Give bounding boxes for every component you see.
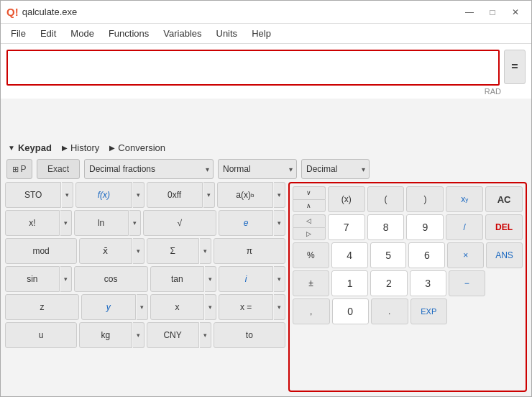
del-key[interactable]: DEL [485,214,523,240]
axb-arrow[interactable]: ▾ [274,182,285,208]
sqrt-key[interactable]: √ [143,210,217,236]
base-dropdown[interactable]: Decimal Binary Hexadecimal Octal [301,159,370,179]
open-paren-key[interactable]: ( [367,186,405,212]
key-6[interactable]: 6 [408,242,445,268]
keypad-right: ∨ ∧ (x) ( ) xy AC ◁ ▷ 7 8 9 / DEL [288,182,527,392]
exp-key[interactable]: EXP [411,298,448,324]
close-button[interactable]: ✕ [505,5,526,19]
comma-key[interactable]: , [293,298,330,324]
menu-variables[interactable]: Variables [156,25,208,42]
result-area [1,99,531,138]
xbar-arrow[interactable]: ▾ [133,238,145,264]
xfact-arrow[interactable]: ▾ [60,210,72,236]
cos-key[interactable]: cos [74,266,148,292]
i-key[interactable]: i [219,266,273,292]
percent-key[interactable]: % [293,242,329,268]
y-arrow[interactable]: ▾ [137,294,148,320]
sto-arrow[interactable]: ▾ [62,182,73,208]
key-8[interactable]: 8 [367,214,405,240]
to-key[interactable]: to [214,322,285,348]
maximize-button[interactable]: □ [482,5,503,19]
fx-arrow[interactable]: ▾ [133,182,145,208]
ln-key[interactable]: ln [74,210,129,236]
hex-arrow[interactable]: ▾ [203,182,215,208]
right-row-1: ∨ ∧ (x) ( ) xy AC [293,186,523,212]
pi-key[interactable]: π [214,238,285,264]
xbar-key[interactable]: x̄ [79,238,132,264]
sto-key[interactable]: STO [5,182,61,208]
x-key[interactable]: x [150,294,205,320]
kg-key[interactable]: kg [79,322,132,348]
minimize-button[interactable]: — [459,5,480,19]
z-key[interactable]: z [5,294,79,320]
key-2[interactable]: 2 [370,270,407,296]
conversion-label: Conversion [118,142,165,153]
paren-x-key[interactable]: (x) [328,186,365,212]
y-key[interactable]: y [81,294,136,320]
keypad-left: STO ▾ f(x) ▾ 0xff ▾ a(x)b ▾ [5,182,285,392]
menu-edit[interactable]: Edit [33,25,63,42]
divide-key[interactable]: / [446,214,483,240]
multiply-key[interactable]: × [447,242,484,268]
menu-units[interactable]: Units [209,25,245,42]
mod-key[interactable]: mod [5,238,77,264]
y-key-group: y ▾ [81,294,148,320]
u-key[interactable]: u [5,322,77,348]
menu-file[interactable]: File [4,25,33,42]
window-controls: — □ ✕ [459,5,526,19]
sin-arrow[interactable]: ▾ [60,266,72,292]
fraction-dropdown[interactable]: Decimal fractions Normal fractions Mixed… [84,159,214,179]
ac-key[interactable]: AC [485,186,523,212]
key-5[interactable]: 5 [370,242,407,268]
power-key[interactable]: xy [446,186,483,212]
menu-help[interactable]: Help [244,25,278,42]
key-1[interactable]: 1 [331,270,368,296]
cny-key[interactable]: CNY [147,322,199,348]
minus-key[interactable]: − [449,270,485,296]
kg-arrow[interactable]: ▾ [133,322,145,348]
up-btn-1[interactable]: ∨ [293,186,326,199]
e-key[interactable]: e [219,210,273,236]
tab-keypad[interactable]: ▼ Keypad [8,142,52,153]
expression-input[interactable] [6,50,500,86]
sin-key[interactable]: sin [5,266,60,292]
sin-key-group: sin ▾ [5,266,72,292]
menu-functions[interactable]: Functions [101,25,156,42]
plusminus-key[interactable]: ± [293,270,329,296]
axb-key[interactable]: a(x)b [217,182,273,208]
dot-key[interactable]: . [371,298,408,324]
menu-mode[interactable]: Mode [63,25,101,42]
e-arrow[interactable]: ▾ [274,210,285,236]
ln-arrow[interactable]: ▾ [129,210,141,236]
key-4[interactable]: 4 [331,242,368,268]
ans-key[interactable]: ANS [486,242,523,268]
tan-key[interactable]: tan [150,266,205,292]
key-3[interactable]: 3 [410,270,446,296]
equals-button[interactable]: = [504,50,526,84]
key-0[interactable]: 0 [332,298,370,324]
xeq-arrow[interactable]: ▾ [274,294,285,320]
i-arrow[interactable]: ▾ [274,266,285,292]
left-btn[interactable]: ◁ [293,214,326,227]
sigma-arrow[interactable]: ▾ [200,238,211,264]
xeq-key[interactable]: x = [219,294,273,320]
exact-button[interactable]: Exact [37,159,80,179]
x-arrow[interactable]: ▾ [205,294,216,320]
right-btn[interactable]: ▷ [293,227,326,241]
keypad-label: Keypad [18,142,52,153]
key-9[interactable]: 9 [406,214,444,240]
cny-arrow[interactable]: ▾ [200,322,211,348]
close-paren-key[interactable]: ) [406,186,444,212]
fx-key[interactable]: f(x) [75,182,132,208]
sigma-key[interactable]: Σ [147,238,199,264]
down-btn-1[interactable]: ∧ [293,199,326,213]
mode-dropdown[interactable]: Normal Scientific Engineering [218,159,297,179]
tab-history[interactable]: ▶ History [62,142,99,153]
xfact-key[interactable]: x! [5,210,60,236]
tab-conversion[interactable]: ▶ Conversion [109,142,165,153]
key-7[interactable]: 7 [328,214,365,240]
right-row-4: ± 1 2 3 − [293,270,523,296]
p-button[interactable]: ⊞ P [6,159,32,179]
tan-arrow[interactable]: ▾ [205,266,216,292]
hex-key[interactable]: 0xff [147,182,203,208]
